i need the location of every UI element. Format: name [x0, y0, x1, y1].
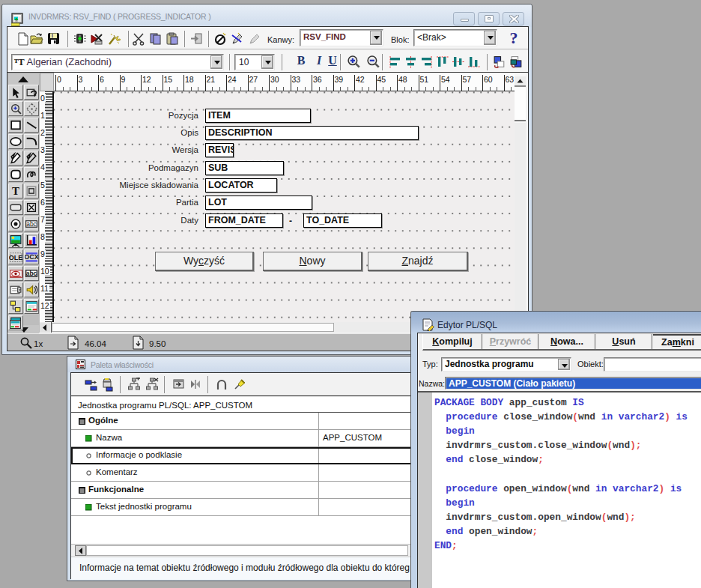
svg-text:abc: abc: [26, 270, 37, 277]
svg-text:T: T: [12, 185, 19, 197]
svg-text:OCX: OCX: [25, 253, 38, 261]
svg-text:abc: abc: [26, 220, 37, 228]
svg-text:OLE: OLE: [9, 254, 22, 261]
